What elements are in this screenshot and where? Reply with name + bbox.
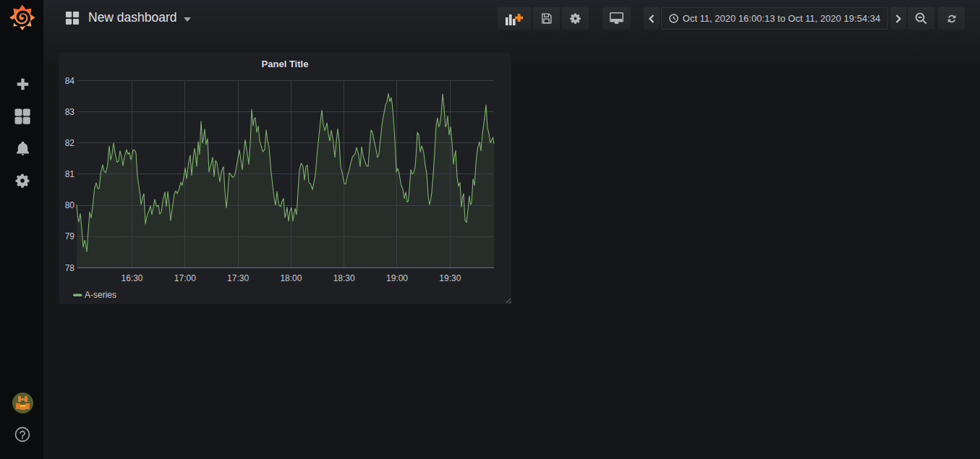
svg-text:A-series: A-series xyxy=(85,290,116,300)
svg-text:18:30: 18:30 xyxy=(333,273,355,283)
svg-text:16:30: 16:30 xyxy=(121,273,142,283)
svg-text:18:00: 18:00 xyxy=(280,273,302,283)
svg-text:79: 79 xyxy=(65,231,75,241)
svg-text:81: 81 xyxy=(65,169,75,179)
svg-text:83: 83 xyxy=(65,107,75,117)
svg-text:19:30: 19:30 xyxy=(439,273,461,283)
svg-text:84: 84 xyxy=(65,76,75,86)
svg-text:78: 78 xyxy=(65,263,75,273)
svg-text:17:00: 17:00 xyxy=(174,273,196,283)
svg-text:19:00: 19:00 xyxy=(386,273,408,283)
svg-text:80: 80 xyxy=(65,200,75,210)
svg-text:82: 82 xyxy=(65,138,75,148)
svg-text:17:30: 17:30 xyxy=(227,273,249,283)
